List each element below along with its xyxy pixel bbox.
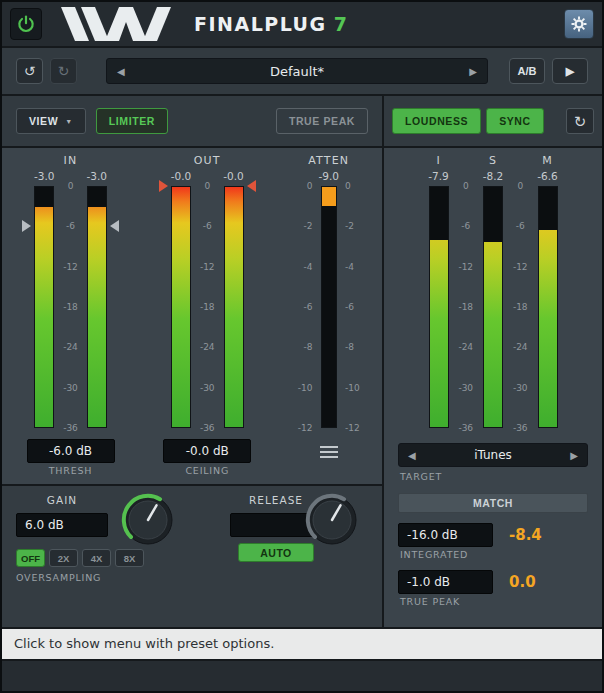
output-meter-group: OUT -0.0 0-6-12-18-24-30-36 -0.0 -0.0	[159, 154, 256, 484]
release-knob[interactable]	[304, 492, 360, 548]
true-peak-target-box[interactable]: -1.0 dB	[398, 570, 493, 594]
gain-label: GAIN	[16, 494, 108, 509]
threshold-handle-right[interactable]	[110, 220, 119, 232]
shortterm-meter-value: -8.2	[483, 170, 504, 186]
oversampling-switch: OFF 2X 4X 8X	[16, 549, 184, 567]
power-icon	[16, 14, 36, 34]
in-meter-bar-left	[34, 186, 54, 428]
undo-button[interactable]: ↺	[16, 58, 43, 84]
gain-value-box[interactable]: 6.0 dB	[16, 513, 108, 537]
next-preset-icon[interactable]: ▶	[469, 66, 477, 77]
integrated-live-value: -8.4	[509, 526, 542, 544]
meter-scale: 0-6-12-18-24-30-36	[453, 181, 479, 433]
atten-title: ATTEN	[296, 154, 363, 170]
meter-scale: 0-2-4-6-8-10-12	[342, 181, 362, 433]
in-meter-bar-right	[87, 186, 107, 428]
bottom-bar	[2, 659, 602, 691]
out-meter-value: -0.0	[171, 170, 192, 186]
momentary-meter-title: M	[542, 154, 553, 170]
target-name: iTunes	[416, 448, 571, 462]
release-block: RELEASE AUTO	[230, 494, 368, 627]
threshold-handle-left[interactable]	[22, 220, 31, 232]
integrated-target-box[interactable]: -16.0 dB	[398, 523, 493, 547]
meter-scale: 0-2-4-6-8-10-12	[296, 181, 316, 433]
in-title: IN	[22, 154, 119, 170]
meter-scale: 0-6-12-18-24-30-36	[194, 181, 220, 433]
redo-button[interactable]: ↻	[50, 58, 77, 84]
prev-target-icon[interactable]: ◀	[408, 450, 416, 461]
reset-loudness-button[interactable]: ↻	[566, 108, 594, 134]
integrated-meter-bar	[429, 186, 449, 428]
momentary-meter-bar	[538, 186, 558, 428]
ceiling-label: CEILING	[163, 465, 251, 476]
match-button[interactable]: MATCH	[398, 493, 588, 513]
out-meter-value: -0.0	[223, 170, 244, 186]
loudness-panel: I -7.9 0-6-12-18-24-30-36 S -8.2 0-6-12-…	[384, 148, 602, 627]
left-toolbar: VIEW ▼ LIMITER TRUE PEAK	[2, 96, 382, 146]
next-target-icon[interactable]: ▶	[570, 450, 578, 461]
ceiling-handle-right[interactable]	[247, 180, 256, 192]
target-label: TARGET	[400, 471, 588, 482]
shortterm-meter-bar	[483, 186, 503, 428]
view-menu-button[interactable]: VIEW ▼	[16, 108, 86, 134]
app-title: FINALPLUG 7	[194, 13, 348, 35]
integrated-meter-title: I	[436, 154, 440, 170]
app-version: 7	[334, 13, 349, 35]
in-meter-value: -3.0	[87, 170, 108, 186]
view-label: VIEW	[29, 115, 58, 127]
true-peak-live-value: 0.0	[509, 573, 536, 591]
settings-button[interactable]	[564, 9, 594, 39]
threshold-value-box[interactable]: -6.0 dB	[27, 439, 115, 463]
ceiling-handle-left[interactable]	[159, 180, 168, 192]
integrated-label: INTEGRATED	[400, 549, 588, 560]
ceiling-value-box[interactable]: -0.0 dB	[163, 439, 251, 463]
gain-block: GAIN 6.0 dB	[16, 494, 184, 537]
hamburger-icon	[320, 446, 338, 448]
preset-name: Default*	[125, 64, 470, 79]
out-title: OUT	[159, 154, 256, 170]
oversampling-off-button[interactable]: OFF	[16, 549, 45, 567]
threshold-label: THRESH	[27, 465, 115, 476]
out-meter-bar-left	[171, 186, 191, 428]
controls-panel: GAIN 6.0 dB OFF 2X 4X 8X OVERSAMPLING	[2, 486, 382, 627]
gain-knob[interactable]	[120, 492, 176, 548]
oversampling-label: OVERSAMPLING	[16, 572, 184, 583]
plugin-window: FINALPLUG 7 ↺ ↻ ◀ Default* ▶ A/B ▶	[0, 0, 604, 693]
prev-preset-icon[interactable]: ◀	[117, 66, 125, 77]
target-selector[interactable]: ◀ iTunes ▶	[398, 443, 588, 467]
true-peak-toggle[interactable]: TRUE PEAK	[276, 108, 368, 134]
atten-menu-button[interactable]	[312, 441, 346, 463]
ab-compare-button[interactable]: A/B	[509, 58, 545, 84]
limiter-tab[interactable]: LIMITER	[96, 108, 168, 134]
oversampling-2x-button[interactable]: 2X	[49, 549, 78, 567]
title-bar: FINALPLUG 7	[2, 2, 602, 46]
attenuation-meter-group: ATTEN 0-2-4-6-8-10-12 -9.0 0-2-4-6-8-10-…	[296, 154, 363, 484]
gear-icon	[570, 15, 588, 33]
integrated-readout: -16.0 dB -8.4 INTEGRATED	[398, 523, 588, 560]
power-button[interactable]	[10, 8, 42, 40]
input-meter-group: IN -3.0 0-6-12-18-24-30-36 -3.0 -6.0	[22, 154, 119, 484]
oversampling-4x-button[interactable]: 4X	[82, 549, 111, 567]
preset-selector[interactable]: ◀ Default* ▶	[106, 58, 488, 84]
oversampling-8x-button[interactable]: 8X	[115, 549, 144, 567]
meters-panel: IN -3.0 0-6-12-18-24-30-36 -3.0 -6.0	[2, 148, 382, 484]
true-peak-readout: -1.0 dB 0.0 TRUE PEAK	[398, 570, 588, 607]
brand-logo	[56, 7, 182, 41]
atten-value: -9.0	[319, 170, 340, 186]
in-meter-value: -3.0	[34, 170, 55, 186]
auto-release-button[interactable]: AUTO	[238, 543, 314, 562]
integrated-meter-value: -7.9	[428, 170, 449, 186]
right-toolbar: LOUDNESS SYNC ↻	[384, 96, 602, 146]
main-area: VIEW ▼ LIMITER TRUE PEAK LOUDNESS SYNC ↻…	[2, 94, 602, 627]
advance-preset-button[interactable]: ▶	[552, 58, 588, 84]
momentary-meter-value: -6.6	[537, 170, 558, 186]
preset-bar: ↺ ↻ ◀ Default* ▶ A/B ▶	[2, 46, 602, 94]
shortterm-meter-title: S	[489, 154, 497, 170]
true-peak-label: TRUE PEAK	[400, 596, 588, 607]
sync-toggle[interactable]: SYNC	[486, 108, 544, 134]
status-bar[interactable]: Click to show menu with preset options.	[2, 627, 602, 659]
out-meter-bar-right	[224, 186, 244, 428]
loudness-toggle[interactable]: LOUDNESS	[392, 108, 481, 134]
meter-scale: 0-6-12-18-24-30-36	[58, 181, 84, 433]
chevron-down-icon: ▼	[65, 118, 73, 125]
